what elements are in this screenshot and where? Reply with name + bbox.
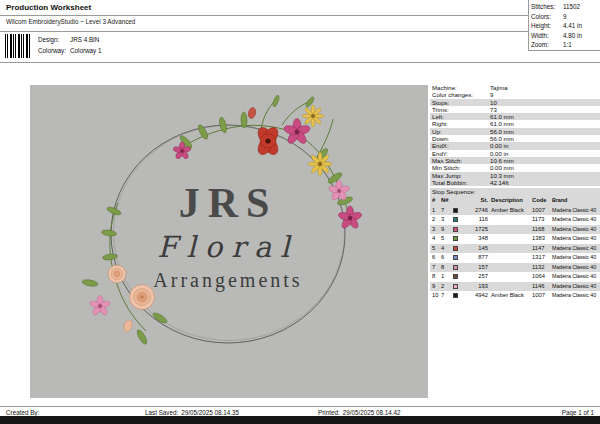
info-label: Right: (430, 120, 490, 127)
thread-code: 1173 (532, 215, 552, 225)
info-label: Max Stitch: (430, 157, 490, 164)
stat-value: 11502 (563, 2, 597, 12)
info-value: 0.00 mm (490, 164, 600, 171)
stitch-count: 157 (464, 263, 490, 273)
info-label: Machine: (430, 84, 490, 91)
stat-row: Zoom:1:1 (531, 40, 597, 50)
production-worksheet: Production Worksheet Wilcom EmbroiderySt… (0, 0, 600, 424)
seq-num: 6 (430, 253, 441, 263)
info-row: Max Stitch:10.6 mm (430, 157, 600, 164)
thread-brand: Madeira Classic 40 (552, 272, 600, 282)
stop-sequence-row: 453481383Madeira Classic 40 (430, 234, 600, 244)
peach-bud (122, 319, 134, 333)
stat-label: Width: (531, 31, 563, 41)
printed-value: 29/05/2025 08.14.42 (343, 409, 401, 416)
info-value: 42.14ft (490, 179, 600, 186)
seq-num: 8 (430, 272, 441, 282)
needle-num: 3 (441, 215, 453, 225)
thread-brand: Madeira Classic 40 (552, 244, 600, 254)
info-row: Machine:Tajima (430, 84, 600, 91)
swatch-cell (453, 217, 464, 222)
stat-row: Colors:9 (531, 12, 597, 22)
last-saved-label: Last Saved: (145, 409, 178, 416)
seq-num: 2 (430, 215, 441, 225)
thread-color-swatch (453, 236, 458, 241)
stitch-count: 193 (464, 282, 490, 292)
stat-label: Colors: (531, 12, 563, 22)
stat-label: Zoom: (531, 40, 563, 50)
swatch-cell (453, 255, 464, 260)
created-by: Created By: (6, 409, 42, 416)
thread-color-swatch (453, 246, 458, 251)
printed: Printed:29/05/2025 08.14.42 (318, 409, 400, 416)
thread-code: 1132 (532, 263, 552, 273)
thread-brand: Madeira Classic 40 (552, 215, 600, 225)
red-bud (247, 107, 257, 119)
design-text-jrs: JRS (179, 180, 278, 226)
header-stats: Stitches:11502Colors:9Height:4.41 inWidt… (531, 2, 597, 50)
stitch-count: 145 (464, 244, 490, 254)
stop-sequence-rows: 172746Amber Black1007Madeira Classic 402… (430, 206, 600, 301)
seq-num: 5 (430, 244, 441, 254)
divider (528, 0, 529, 50)
seq-num: 9 (430, 282, 441, 292)
thread-code: 1064 (532, 272, 552, 282)
needle-num: 2 (441, 282, 453, 292)
last-saved: Last Saved:29/05/2025 08.14.35 (145, 409, 239, 416)
peach-rose-large (130, 285, 155, 310)
info-value: 56.0 mm (490, 128, 600, 135)
colorway-value: Colorway 1 (70, 47, 102, 54)
red-poppy (255, 125, 280, 157)
stop-sequence-header: #N#St.DescriptionCodeBrand (430, 196, 600, 206)
info-value: 61.0 mm (490, 113, 600, 120)
needle-num: 7 (441, 291, 453, 301)
stop-sequence-row: 1074942Amber Black1007Madeira Classic 40 (430, 291, 600, 301)
thread-color-swatch (453, 227, 458, 232)
stitch-count: 257 (464, 272, 490, 282)
info-value: 10.3 mm (490, 172, 600, 179)
thread-color-swatch (453, 284, 458, 289)
info-row: Total Bobbin:42.14ft (430, 179, 600, 186)
info-row: Max Jump:10.3 mm (430, 172, 600, 179)
thread-code: 1168 (532, 225, 552, 235)
thread-brand: Madeira Classic 40 (552, 206, 600, 216)
embroidery-design: JRS Floral Arrangements (30, 85, 428, 398)
stop-sequence-row: 541451147Madeira Classic 40 (430, 244, 600, 254)
thread-code: 1007 (532, 291, 552, 301)
thread-color-swatch (453, 293, 458, 298)
thread-brand: Madeira Classic 40 (552, 291, 600, 301)
info-row: Left:61.0 mm (430, 113, 600, 120)
info-row: Right:61.0 mm (430, 120, 600, 127)
info-row: Color changes:9 (430, 91, 600, 98)
thread-code: 1317 (532, 253, 552, 263)
stitch-count: 4942 (464, 291, 490, 301)
swatch-cell (453, 274, 464, 279)
needle-num: 4 (441, 244, 453, 254)
stitch-count: 348 (464, 234, 490, 244)
column-header: Brand (552, 196, 600, 206)
stop-sequence-row: 231161173Madeira Classic 40 (430, 215, 600, 225)
stat-value: 4.80 in (563, 31, 597, 41)
page-title: Production Worksheet (6, 3, 91, 12)
column-header: Description (490, 196, 532, 206)
seq-num: 3 (430, 225, 441, 235)
swatch-cell (453, 284, 464, 289)
stop-sequence-row: 3917251168Madeira Classic 40 (430, 225, 600, 235)
divider (0, 31, 528, 32)
yellow-daisy-top (302, 105, 324, 127)
stitch-count: 116 (464, 215, 490, 225)
needle-num: 5 (441, 234, 453, 244)
info-label: Down: (430, 135, 490, 142)
swatch-cell (453, 293, 464, 298)
thread-description: Amber Black (490, 206, 532, 216)
design-text-floral: Floral (157, 230, 298, 264)
stop-sequence-row: 812571064Madeira Classic 40 (430, 272, 600, 282)
info-row: Trims:73 (430, 106, 600, 113)
wreath-text: JRS Floral Arrangements (153, 180, 302, 292)
needle-num: 7 (441, 206, 453, 216)
stat-row: Stitches:11502 (531, 2, 597, 12)
peach-rose-small (108, 265, 126, 283)
info-row: EndX:0.00 in (430, 142, 600, 149)
info-value: 56.0 mm (490, 135, 600, 142)
info-label: Min Stitch: (430, 164, 490, 171)
